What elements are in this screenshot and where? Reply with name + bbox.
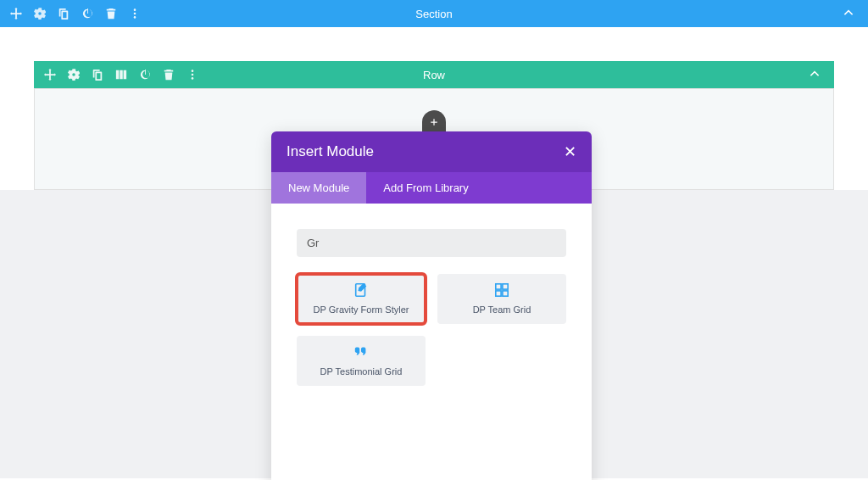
gear-icon[interactable]: [34, 8, 46, 20]
power-icon[interactable]: [139, 69, 151, 81]
svg-point-3: [192, 70, 194, 72]
power-icon[interactable]: [81, 8, 93, 20]
form-icon: [353, 282, 369, 301]
move-icon[interactable]: [10, 8, 22, 20]
svg-rect-9: [496, 291, 501, 296]
gear-icon[interactable]: [68, 69, 80, 81]
collapse-row-icon[interactable]: [809, 67, 821, 82]
module-dp-testimonial-grid[interactable]: DP Testimonial Grid: [297, 336, 426, 386]
module-grid: DP Gravity Form Styler DP Team Grid DP T…: [297, 274, 566, 386]
tab-add-from-library[interactable]: Add From Library: [366, 172, 485, 204]
svg-rect-7: [496, 284, 501, 289]
duplicate-icon[interactable]: [92, 69, 103, 81]
modal-body: DP Gravity Form Styler DP Team Grid DP T…: [271, 204, 592, 480]
grid-icon: [494, 282, 509, 301]
more-icon[interactable]: [186, 69, 198, 81]
modal-tabs: New Module Add From Library: [271, 172, 592, 204]
module-search-input[interactable]: [297, 229, 566, 257]
section-toolbar: Section: [0, 0, 868, 27]
svg-rect-8: [503, 284, 508, 289]
move-icon[interactable]: [44, 69, 56, 81]
close-icon[interactable]: ✕: [564, 144, 576, 159]
row-title: Row: [423, 69, 445, 81]
insert-module-modal: Insert Module ✕ New Module Add From Libr…: [271, 131, 592, 480]
collapse-section-icon[interactable]: [843, 6, 854, 21]
module-dp-gravity-form-styler[interactable]: DP Gravity Form Styler: [297, 274, 426, 324]
svg-point-4: [192, 74, 194, 76]
row-toolbar: Row: [34, 61, 834, 88]
modal-header: Insert Module ✕: [271, 131, 592, 172]
add-module-fab[interactable]: [422, 110, 446, 134]
svg-rect-10: [503, 291, 508, 296]
svg-point-2: [134, 16, 136, 19]
module-label: DP Gravity Form Styler: [314, 304, 409, 315]
svg-point-1: [134, 13, 136, 15]
more-icon[interactable]: [129, 8, 141, 20]
module-dp-team-grid[interactable]: DP Team Grid: [437, 274, 566, 324]
modal-title: Insert Module: [287, 143, 374, 160]
trash-icon[interactable]: [105, 8, 117, 20]
row-tools: [44, 69, 198, 81]
section-tools: [10, 8, 141, 20]
svg-point-0: [134, 8, 136, 11]
module-label: DP Testimonial Grid: [320, 366, 403, 377]
columns-icon[interactable]: [115, 69, 127, 81]
svg-point-5: [192, 77, 194, 80]
module-label: DP Team Grid: [473, 304, 531, 315]
trash-icon[interactable]: [163, 69, 175, 81]
duplicate-icon[interactable]: [58, 8, 70, 20]
section-title: Section: [415, 8, 452, 20]
quote-icon: [353, 344, 369, 363]
tab-new-module[interactable]: New Module: [271, 172, 366, 204]
